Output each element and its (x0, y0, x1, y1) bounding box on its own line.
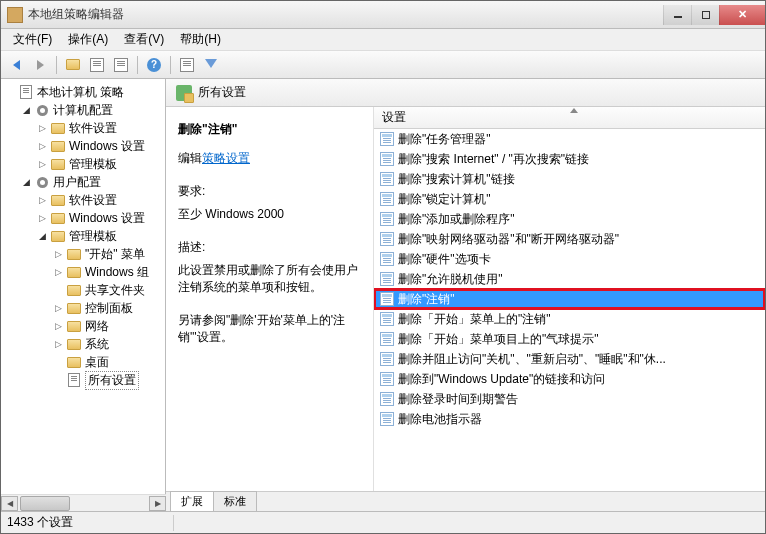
list-item[interactable]: 删除"搜索 Internet" / "再次搜索"链接 (374, 149, 765, 169)
tree-label: Windows 组 (85, 264, 149, 281)
list-item[interactable]: 删除「开始」菜单项目上的"气球提示" (374, 329, 765, 349)
tree-label: Windows 设置 (69, 210, 145, 227)
expand-icon[interactable]: ▷ (37, 213, 48, 224)
tree-computer-config[interactable]: ◢计算机配置 (1, 101, 165, 119)
tree-control-panel[interactable]: ▷控制面板 (1, 299, 165, 317)
menu-action[interactable]: 操作(A) (60, 29, 116, 50)
list-item-label: 删除"添加或删除程序" (398, 211, 515, 228)
policy-icon (380, 152, 394, 166)
close-button[interactable]: ✕ (719, 5, 765, 25)
titlebar[interactable]: 本地组策略编辑器 ✕ (1, 1, 765, 29)
tree-windows-components[interactable]: ▷Windows 组 (1, 263, 165, 281)
expand-icon[interactable]: ▷ (53, 303, 64, 314)
minimize-button[interactable] (663, 5, 691, 25)
back-button[interactable] (5, 54, 27, 76)
tree-root[interactable]: 本地计算机 策略 (1, 83, 165, 101)
tree-shared-folders[interactable]: 共享文件夹 (1, 281, 165, 299)
tree-software-settings[interactable]: ▷软件设置 (1, 119, 165, 137)
menu-help[interactable]: 帮助(H) (172, 29, 229, 50)
up-button[interactable] (62, 54, 84, 76)
list-item[interactable]: 删除登录时间到期警告 (374, 389, 765, 409)
export-button[interactable] (110, 54, 132, 76)
show-hide-tree-button[interactable] (86, 54, 108, 76)
expand-icon[interactable]: ▷ (53, 249, 64, 260)
toolbar-separator (170, 56, 171, 74)
list-item[interactable]: 删除「开始」菜单上的"注销" (374, 309, 765, 329)
list-item[interactable]: 删除"任务管理器" (374, 129, 765, 149)
tree-user-config[interactable]: ◢用户配置 (1, 173, 165, 191)
list-item-label: 删除"搜索 Internet" / "再次搜索"链接 (398, 151, 589, 168)
tree-start-menu[interactable]: ▷"开始" 菜单 (1, 245, 165, 263)
tree-user-windows-settings[interactable]: ▷Windows 设置 (1, 209, 165, 227)
properties-icon (180, 58, 194, 72)
folder-icon (66, 320, 82, 333)
expand-icon[interactable]: ▷ (53, 321, 64, 332)
column-header-setting[interactable]: 设置 (374, 107, 765, 129)
tree-user-software-settings[interactable]: ▷软件设置 (1, 191, 165, 209)
tab-standard[interactable]: 标准 (213, 491, 257, 511)
collapse-icon[interactable]: ◢ (21, 105, 32, 116)
list-item-label: 删除"锁定计算机" (398, 191, 491, 208)
expand-icon[interactable]: ▷ (37, 123, 48, 134)
collapse-icon[interactable]: ◢ (21, 177, 32, 188)
tree-windows-settings[interactable]: ▷Windows 设置 (1, 137, 165, 155)
status-count: 1433 个设置 (7, 514, 73, 531)
edit-policy-link[interactable]: 策略设置 (202, 151, 250, 165)
menu-file[interactable]: 文件(F) (5, 29, 60, 50)
policy-icon (380, 312, 394, 326)
filter-button[interactable] (200, 54, 222, 76)
close-icon: ✕ (738, 8, 747, 21)
help-icon: ? (147, 58, 161, 72)
tree-user-admin-templates[interactable]: ◢管理模板 (1, 227, 165, 245)
detail-header: 所有设置 (166, 79, 765, 107)
expand-icon[interactable]: ▷ (37, 159, 48, 170)
tree-pane[interactable]: 本地计算机 策略◢计算机配置▷软件设置▷Windows 设置▷管理模板◢用户配置… (1, 79, 166, 511)
expand-icon[interactable]: ▷ (37, 195, 48, 206)
folder-icon (50, 212, 66, 225)
properties-button[interactable] (176, 54, 198, 76)
list-item[interactable]: 删除"锁定计算机" (374, 189, 765, 209)
list-item[interactable]: 删除电池指示器 (374, 409, 765, 429)
list-item[interactable]: 删除到"Windows Update"的链接和访问 (374, 369, 765, 389)
policy-icon (380, 412, 394, 426)
tree-system[interactable]: ▷系统 (1, 335, 165, 353)
gear-icon (34, 104, 50, 117)
scroll-thumb[interactable] (20, 496, 70, 511)
tree-network[interactable]: ▷网络 (1, 317, 165, 335)
expand-icon[interactable]: ▷ (37, 141, 48, 152)
list-item[interactable]: 删除"注销" (374, 289, 765, 309)
tree-admin-templates[interactable]: ▷管理模板 (1, 155, 165, 173)
folder-icon (66, 248, 82, 261)
list-item[interactable]: 删除"映射网络驱动器"和"断开网络驱动器" (374, 229, 765, 249)
list-item[interactable]: 删除并阻止访问"关机"、"重新启动"、"睡眠"和"休... (374, 349, 765, 369)
policy-icon (380, 232, 394, 246)
list-item[interactable]: 删除"搜索计算机"链接 (374, 169, 765, 189)
menu-view[interactable]: 查看(V) (116, 29, 172, 50)
settings-list[interactable]: 删除"任务管理器"删除"搜索 Internet" / "再次搜索"链接删除"搜索… (374, 129, 765, 491)
list-item[interactable]: 删除"添加或删除程序" (374, 209, 765, 229)
toolbar-separator (137, 56, 138, 74)
expand-icon[interactable]: ▷ (53, 339, 64, 350)
requirements-label: 要求: (178, 183, 361, 200)
help-button[interactable]: ? (143, 54, 165, 76)
tree-hscrollbar[interactable]: ◀ ▶ (1, 494, 166, 511)
tree-all-settings[interactable]: 所有设置 (1, 371, 165, 389)
maximize-button[interactable] (691, 5, 719, 25)
status-separator (173, 515, 174, 531)
list-item[interactable]: 删除"允许脱机使用" (374, 269, 765, 289)
scroll-left-button[interactable]: ◀ (1, 496, 18, 511)
forward-button[interactable] (29, 54, 51, 76)
tab-extended[interactable]: 扩展 (170, 491, 214, 511)
tree-desktop[interactable]: 桌面 (1, 353, 165, 371)
policy-icon (380, 352, 394, 366)
list-item-label: 删除"注销" (398, 291, 455, 308)
tree-label: 桌面 (85, 354, 109, 371)
detail-header-title: 所有设置 (198, 84, 246, 101)
list-item[interactable]: 删除"硬件"选项卡 (374, 249, 765, 269)
statusbar: 1433 个设置 (1, 511, 765, 533)
scroll-right-button[interactable]: ▶ (149, 496, 166, 511)
expand-icon[interactable]: ▷ (53, 267, 64, 278)
collapse-icon[interactable]: ◢ (37, 231, 48, 242)
tree-label: 本地计算机 策略 (37, 84, 124, 101)
folder-icon (66, 59, 80, 70)
